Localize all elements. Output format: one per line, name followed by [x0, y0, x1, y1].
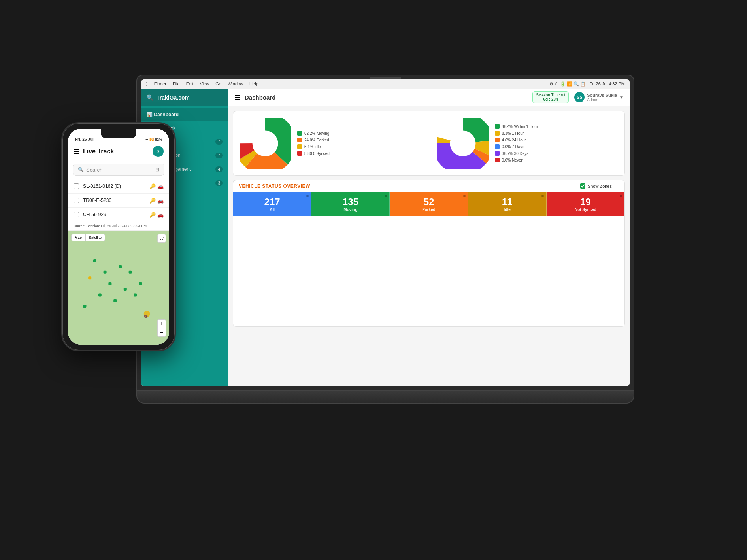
legend-30days: 38.7% 30 Days: [495, 151, 538, 156]
help-menu[interactable]: Help: [249, 81, 258, 86]
list-item[interactable]: CH-59-929 🔑 🚗: [68, 208, 169, 222]
vehicle-checkbox[interactable]: [74, 198, 79, 203]
right-pie-svg: [437, 118, 489, 169]
all-label: All: [270, 207, 275, 212]
phone-map-expand-button[interactable]: ⛶: [157, 234, 166, 243]
idle-label: Idle: [504, 207, 511, 212]
show-zones-checkbox[interactable]: [580, 183, 585, 189]
all-count: 217: [264, 196, 280, 207]
moving-label: Moving: [343, 207, 357, 212]
legend-parked: 24.0% Parked: [297, 138, 330, 142]
idle-count: 11: [502, 196, 513, 207]
key-icon[interactable]: 🔑: [149, 212, 156, 218]
phone-tab-satellite[interactable]: Satellite: [85, 234, 105, 241]
svg-rect-42: [113, 299, 117, 302]
show-zones-control[interactable]: Show Zones ⛶: [580, 183, 619, 189]
search-glass-icon: 🔍: [78, 167, 84, 172]
config-badge: 7: [215, 153, 223, 158]
geo-badge: 4: [215, 166, 223, 172]
card-dot: [541, 195, 544, 197]
expand-icon[interactable]: ⛶: [614, 183, 619, 189]
phone-avatar[interactable]: S: [153, 146, 164, 157]
card-dot: [385, 195, 387, 197]
more-badge: 3: [215, 180, 223, 186]
moving-count: 135: [343, 196, 358, 207]
macos-time: Fri 26 Jul 4:32 PM: [590, 81, 625, 86]
apple-menu[interactable]: : [146, 81, 148, 87]
car-icon[interactable]: 🚗: [157, 212, 164, 218]
legend-24h: 4.6% 24 Hour: [495, 138, 538, 142]
legend-idle-label: 5.1% Idle: [304, 145, 321, 149]
session-label: Session Timeout: [536, 93, 565, 97]
file-menu[interactable]: File: [173, 81, 180, 86]
phone-avatar-initial: S: [157, 149, 159, 154]
phone-hamburger-icon[interactable]: ☰: [74, 148, 79, 155]
macos-bar-right: ⚙ ☾ 🔋 📶 🔍 📋 Fri 26 Jul 4:32 PM: [549, 81, 625, 87]
phone-map-tabs: Map Satellite: [71, 234, 105, 241]
status-card-idle[interactable]: 11 Idle: [468, 192, 547, 216]
vehicle-checkbox[interactable]: [74, 212, 79, 217]
chart-divider: [429, 118, 429, 169]
legend-notsynced-label: 8.80 0 Synced: [304, 151, 330, 156]
sidebar-item-dashboard[interactable]: 📊 Dashboard: [141, 108, 228, 121]
user-dropdown-icon[interactable]: ▼: [619, 95, 623, 100]
session-datetime: Fri, 26 Jul 2024 03:53:24 PM: [101, 224, 147, 228]
zoom-in-button[interactable]: +: [157, 319, 166, 328]
notsynced-label: Not Synced: [575, 207, 596, 212]
vehicle-id: CH-59-929: [83, 212, 106, 217]
view-menu[interactable]: View: [200, 81, 209, 86]
car-icon[interactable]: 🚗: [157, 183, 164, 189]
user-role: Admin: [587, 98, 617, 102]
legend-moving: 62.2% Moving: [297, 131, 330, 136]
session-timeout-info: Session Timeout 6d : 23h: [532, 91, 569, 103]
svg-rect-39: [88, 276, 91, 279]
legend-moving-label: 62.2% Moving: [304, 131, 329, 136]
phone-tab-map[interactable]: Map: [71, 234, 85, 241]
user-badge: SS Souravs Sukla Admin ▼: [574, 92, 623, 102]
phone-filter-icon[interactable]: ⊟: [155, 167, 159, 172]
status-card-parked[interactable]: 52 Parked: [390, 192, 468, 216]
laptop:  Finder File Edit View Go Window Help ⚙…: [136, 75, 634, 419]
hamburger-icon[interactable]: ☰: [234, 94, 240, 101]
card-dot: [620, 195, 622, 197]
window-menu[interactable]: Window: [228, 81, 243, 86]
app-layout: 🔍 TrakiGa.com 📊 Dashboard 📍 Live Track: [141, 89, 630, 386]
zoom-out-button[interactable]: −: [157, 328, 166, 337]
status-card-notsynced[interactable]: 19 Not Synced: [547, 192, 624, 216]
show-zones-label: Show Zones: [588, 184, 612, 189]
phone-body: Fri, 26 Jul ▪▪▪ 🛜 82% ☰ Live Track S: [61, 122, 176, 351]
svg-text:🐻: 🐻: [144, 314, 148, 318]
legend-idle: 5.1% Idle: [297, 144, 330, 149]
svg-rect-32: [68, 231, 169, 345]
svg-rect-43: [83, 305, 86, 308]
vehicle-action-icons: 🔑 🚗: [149, 212, 164, 218]
main-content: ☰ Dashboard Session Timeout 6d : 23h SS: [228, 89, 630, 386]
phone-status-icons: ▪▪▪ 🛜 82%: [144, 138, 162, 141]
svg-rect-44: [139, 282, 142, 285]
phone: Fri, 26 Jul ▪▪▪ 🛜 82% ☰ Live Track S: [61, 122, 176, 351]
key-icon[interactable]: 🔑: [149, 183, 156, 189]
current-session-info: Current Session: Fri, 26 Jul 2024 03:53:…: [68, 222, 169, 231]
phone-vehicle-list: SL-0161-0162 (D) 🔑 🚗 TR08-E-5236 🔑 🚗: [68, 179, 169, 222]
finder-menu[interactable]: Finder: [154, 81, 166, 86]
list-item[interactable]: TR08-E-5236 🔑 🚗: [68, 194, 169, 208]
vehicle-checkbox[interactable]: [74, 183, 79, 189]
status-card-all[interactable]: 217 All: [233, 192, 311, 216]
edit-menu[interactable]: Edit: [186, 81, 194, 86]
card-dot: [463, 195, 466, 197]
phone-map-bg: 🐻 Map Satellite ⛶ + −: [68, 231, 169, 345]
legend-7days: 0.0% 7 Days: [495, 144, 538, 149]
charts-row: 62.2% Moving 24.0% Parked: [233, 111, 625, 176]
key-icon[interactable]: 🔑: [149, 198, 156, 204]
list-item[interactable]: SL-0161-0162 (D) 🔑 🚗: [68, 179, 169, 194]
svg-rect-35: [119, 265, 122, 268]
vehicle-action-icons: 🔑 🚗: [149, 198, 164, 204]
status-card-moving[interactable]: 135 Moving: [311, 192, 390, 216]
phone-map: 🐻 Map Satellite ⛶ + −: [68, 231, 169, 345]
vehicle-id: TR08-E-5236: [83, 198, 111, 203]
go-menu[interactable]: Go: [215, 81, 221, 86]
status-section-title: VEHICLE STATUS OVERVIEW: [239, 183, 310, 189]
phone-search-box[interactable]: 🔍 Search ⊟: [73, 164, 164, 176]
car-icon[interactable]: 🚗: [157, 198, 164, 204]
phone-header: ☰ Live Track S: [68, 143, 169, 160]
